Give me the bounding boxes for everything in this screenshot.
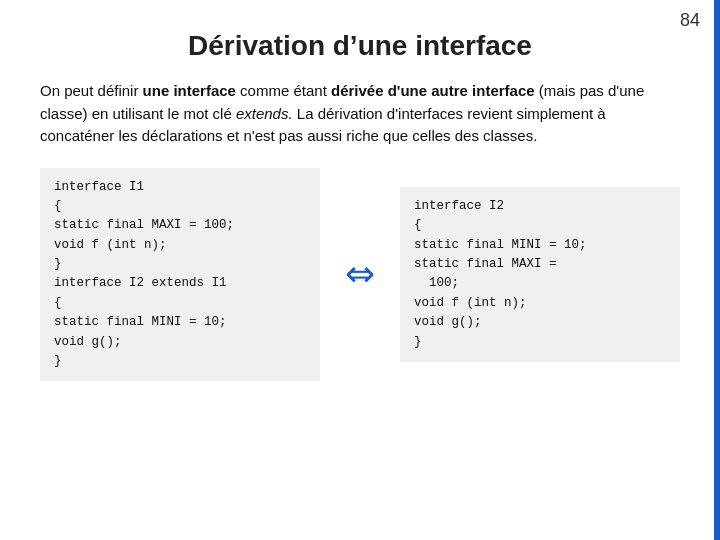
intro-text-part2: comme étant — [236, 82, 331, 99]
arrow-container: ⇔ — [330, 256, 390, 292]
intro-italic1: extends. — [236, 105, 293, 122]
accent-bar — [714, 0, 720, 540]
intro-bold2: dérivée d'une autre interface — [331, 82, 535, 99]
code-block-right: interface I2 { static final MINI = 10; s… — [400, 187, 680, 362]
code-block-left: interface I1 { static final MAXI = 100; … — [40, 168, 320, 382]
slide: 84 Dérivation d’une interface On peut dé… — [0, 0, 720, 540]
code-section: interface I1 { static final MAXI = 100; … — [40, 168, 680, 382]
page-number: 84 — [680, 10, 700, 31]
intro-text-part1: On peut définir — [40, 82, 143, 99]
slide-title: Dérivation d’une interface — [40, 30, 680, 62]
double-arrow-icon: ⇔ — [345, 256, 375, 292]
intro-paragraph: On peut définir une interface comme étan… — [40, 80, 680, 148]
intro-bold1: une interface — [143, 82, 236, 99]
